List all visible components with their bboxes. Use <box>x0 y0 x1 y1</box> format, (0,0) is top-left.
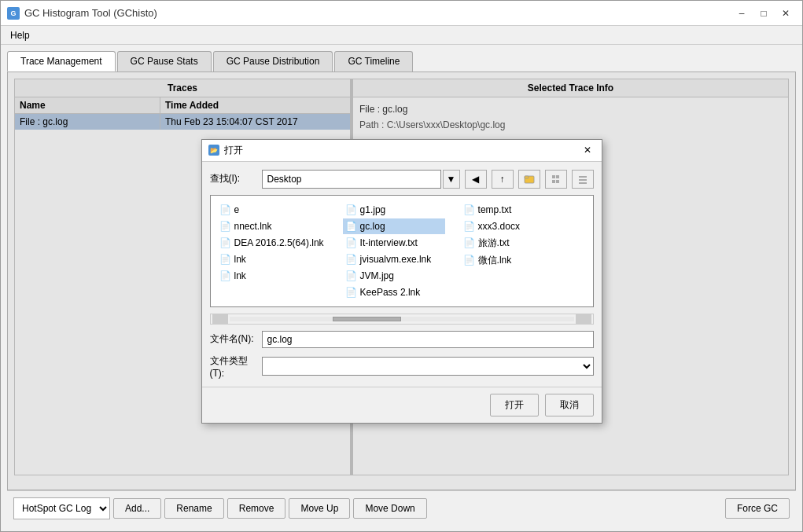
file-item-name: gc.log <box>360 221 385 232</box>
file-item-name: jvisualvm.exe.lnk <box>360 254 432 265</box>
maximize-button[interactable]: □ <box>753 6 774 21</box>
lookup-label: 查找(I): <box>210 172 257 185</box>
svg-rect-8 <box>579 182 587 184</box>
back-btn[interactable]: ◀ <box>465 170 487 189</box>
remove-button[interactable]: Remove <box>227 498 286 519</box>
tab-gc-pause-stats[interactable]: GC Pause Stats <box>117 51 212 72</box>
file-icon: 📄 <box>346 286 357 299</box>
file-item[interactable]: 📄 It-interview.txt <box>343 235 445 251</box>
file-icon: 📄 <box>220 204 231 216</box>
file-item[interactable]: 📄 JVM.jpg <box>343 268 445 284</box>
file-item[interactable]: 📄 nnect.lnk <box>217 218 327 234</box>
svg-rect-1 <box>525 176 529 178</box>
new-folder-icon <box>524 174 535 185</box>
new-folder-btn[interactable] <box>518 170 540 189</box>
file-item[interactable]: 📄 g1.jpg <box>343 202 445 218</box>
dialog-title-bar: 📂 打开 ✕ <box>202 140 602 162</box>
file-item[interactable]: 📄 旅游.txt <box>461 235 563 251</box>
svg-rect-6 <box>579 176 587 178</box>
dialog-open-button[interactable]: 打开 <box>490 394 539 416</box>
lookup-combo: ▼ <box>262 170 460 189</box>
file-icon: 📄 <box>346 270 357 282</box>
dialog-body: 查找(I): ▼ ◀ ↑ <box>202 162 602 387</box>
move-up-button[interactable]: Move Up <box>289 498 350 519</box>
main-window: G GC Histogram Tool (GChisto) – □ ✕ Help… <box>0 0 803 532</box>
file-icon: 📄 <box>464 204 475 216</box>
lookup-dropdown-btn[interactable]: ▼ <box>443 170 460 189</box>
bottom-bar: HotSpot GC Log Add... Rename Remove Move… <box>7 490 796 525</box>
list-view-icon <box>551 174 562 185</box>
main-content: Trace Management GC Pause Stats GC Pause… <box>1 45 802 531</box>
file-item-name: temp.txt <box>478 204 512 215</box>
file-item[interactable]: 📄 e <box>217 202 327 218</box>
file-list-container[interactable]: 📄 e 📄 nnect.lnk 📄 DEA <box>210 195 594 307</box>
title-bar: G GC Histogram Tool (GChisto) – □ ✕ <box>1 1 802 26</box>
file-item-name: g1.jpg <box>360 204 386 215</box>
filetype-select[interactable] <box>262 357 594 376</box>
file-icon: 📄 <box>346 220 357 233</box>
gc-type-select[interactable]: HotSpot GC Log <box>13 497 110 519</box>
file-item-name: 微信.lnk <box>478 254 512 267</box>
file-item-name: lnk <box>234 270 246 281</box>
dialog-title-text: 打开 <box>224 144 243 157</box>
dialog-footer: 打开 取消 <box>202 387 602 423</box>
dialog-overlay: 📂 打开 ✕ 查找(I): ▼ <box>8 72 795 490</box>
list-view-btn[interactable] <box>545 170 567 189</box>
left-col-files: 📄 e 📄 nnect.lnk 📄 DEA <box>217 202 327 300</box>
filetype-label: 文件类型(T): <box>210 354 257 379</box>
dialog-close-button[interactable]: ✕ <box>580 143 595 157</box>
dialog-title-left: 📂 打开 <box>208 144 243 157</box>
svg-rect-4 <box>552 180 555 183</box>
file-icon: 📄 <box>346 237 357 249</box>
title-left: G GC Histogram Tool (GChisto) <box>7 7 157 20</box>
file-item[interactable]: 📄 jvisualvm.exe.lnk <box>343 251 445 267</box>
app-icon: G <box>7 7 20 20</box>
file-item[interactable]: 📄 DEA 2016.2.5(64).lnk <box>217 235 327 251</box>
file-icon: 📄 <box>220 253 231 266</box>
force-gc-button[interactable]: Force GC <box>725 498 790 519</box>
detail-view-btn[interactable] <box>572 170 594 189</box>
window-title: GC Histogram Tool (GChisto) <box>24 7 157 19</box>
file-item[interactable]: 📄 微信.lnk <box>461 252 563 269</box>
file-item-name: xxx3.docx <box>478 221 520 232</box>
file-icon: 📄 <box>346 253 357 266</box>
open-file-dialog: 📂 打开 ✕ 查找(I): ▼ <box>201 139 602 424</box>
svg-rect-5 <box>556 180 559 183</box>
up-folder-btn[interactable]: ↑ <box>492 170 514 189</box>
menu-help[interactable]: Help <box>4 28 36 42</box>
lookup-input[interactable] <box>262 170 441 189</box>
detail-view-icon <box>577 174 588 185</box>
file-icon: 📄 <box>464 254 475 266</box>
filename-input[interactable] <box>262 331 594 348</box>
minimize-button[interactable]: – <box>731 6 752 21</box>
menu-bar: Help <box>1 26 802 45</box>
dialog-cancel-button[interactable]: 取消 <box>545 394 594 416</box>
svg-rect-3 <box>556 175 559 178</box>
horizontal-scrollbar[interactable] <box>210 314 594 325</box>
add-button[interactable]: Add... <box>113 498 161 519</box>
middle-col-files: 📄 g1.jpg 📄 gc.log 📄 I <box>343 202 445 300</box>
file-item[interactable]: 📄 temp.txt <box>461 202 563 218</box>
tab-bar: Trace Management GC Pause Stats GC Pause… <box>7 51 796 72</box>
move-down-button[interactable]: Move Down <box>353 498 426 519</box>
dialog-icon: 📂 <box>208 145 219 156</box>
file-item-name: It-interview.txt <box>360 237 418 248</box>
title-controls: – □ ✕ <box>731 6 796 21</box>
file-item[interactable]: 📄 lnk <box>217 268 327 284</box>
svg-rect-7 <box>579 179 587 181</box>
file-item-name: JVM.jpg <box>360 270 394 281</box>
tab-trace-management[interactable]: Trace Management <box>7 51 116 72</box>
filename-label: 文件名(N): <box>210 332 257 346</box>
tab-gc-timeline[interactable]: GC Timeline <box>334 51 413 72</box>
tab-gc-pause-distribution[interactable]: GC Pause Distribution <box>213 51 333 72</box>
rename-button[interactable]: Rename <box>164 498 223 519</box>
file-item-name: KeePass 2.lnk <box>360 287 421 298</box>
file-item-name: e <box>234 204 240 215</box>
files-wrapper: 📄 e 📄 nnect.lnk 📄 DEA <box>214 199 590 303</box>
file-item[interactable]: 📄 lnk <box>217 251 327 267</box>
close-button[interactable]: ✕ <box>775 6 796 21</box>
file-item[interactable]: 📄 xxx3.docx <box>461 218 563 234</box>
file-item-selected[interactable]: 📄 gc.log <box>343 218 445 234</box>
file-item[interactable]: 📄 KeePass 2.lnk <box>343 284 445 300</box>
file-item-name: DEA 2016.2.5(64).lnk <box>234 237 324 248</box>
